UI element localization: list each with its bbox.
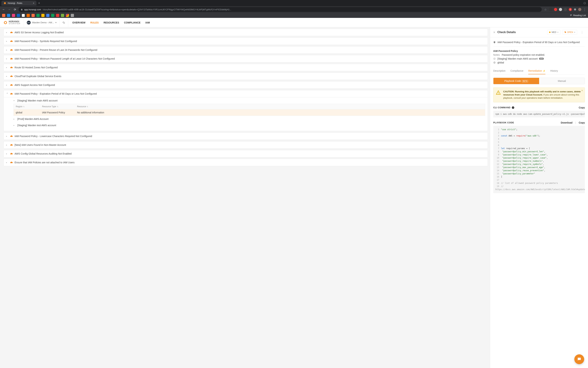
logo[interactable]: HORANGI STORYFIER xyxy=(0,18,24,27)
logo-icon xyxy=(3,21,7,25)
rule-row[interactable]: ▸ AWS Support Access Not Configured xyxy=(3,81,488,89)
environment-selector[interactable]: aws Warden Demo - AW... ▾ xyxy=(24,18,60,27)
bookmark-icon[interactable] xyxy=(22,14,25,17)
address-bar[interactable]: app.horangi.com/storyfier/rules/cae68393… xyxy=(18,7,542,12)
rule-title: Ensure that IAM Policies are not attache… xyxy=(15,161,74,164)
shield-icon xyxy=(493,41,496,44)
globe-icon xyxy=(493,61,496,64)
forward-button[interactable]: → xyxy=(7,8,11,11)
cloud-icon xyxy=(10,66,13,69)
aws-icon: aws xyxy=(27,21,31,25)
bookmark-icon[interactable] xyxy=(51,14,54,17)
bookmark-folder-icon[interactable] xyxy=(71,14,74,17)
cli-section-header: CLI COMMAND i Copy xyxy=(493,106,585,109)
segment-playbook[interactable]: Playbook CodeBETA xyxy=(493,78,539,84)
rule-row-expanded[interactable]: ▾ IAM Password Policy - Expiration Perio… xyxy=(3,90,488,97)
playbook-code-box[interactable]: 1"use strict";23const AWS = require("aws… xyxy=(493,126,585,193)
segment-manual[interactable]: Manual xyxy=(539,78,585,84)
dismiss-caution-button[interactable]: × xyxy=(581,89,583,92)
back-button[interactable]: ← xyxy=(2,8,6,11)
rule-row[interactable]: ▸ CloudTrail Duplicate Global Service Ev… xyxy=(3,73,488,80)
rule-row[interactable]: ▸ IAM Password Policy - Lowercase Charac… xyxy=(3,132,488,140)
tab-rules[interactable]: RULES xyxy=(90,21,99,24)
bookmark-icon[interactable] xyxy=(36,14,40,17)
reading-list-button[interactable]: Reading List xyxy=(570,14,586,17)
copy-code-button[interactable]: Copy xyxy=(579,121,585,124)
close-panel-button[interactable]: × xyxy=(493,30,495,34)
bookmark-icon[interactable] xyxy=(12,14,15,17)
ext-icon[interactable] xyxy=(554,8,557,11)
account-label: [Prod] Warden AWS Account xyxy=(17,118,48,120)
tab-history[interactable]: History xyxy=(550,68,558,74)
code-heading: PLAYBOOK CODE xyxy=(493,121,514,124)
rule-row[interactable]: ▸ AWS Config Global Resources Auditing N… xyxy=(3,150,488,157)
bookmark-icon[interactable] xyxy=(66,14,69,17)
warning-icon xyxy=(496,90,501,100)
new-tab-button[interactable]: + xyxy=(36,1,42,5)
chevron-down-icon: ▾ xyxy=(55,21,57,24)
rule-row[interactable]: ▸ IAM Password Policy - Minimum Password… xyxy=(3,55,488,62)
tab-resources[interactable]: RESOURCES xyxy=(104,21,119,24)
tab-iam[interactable]: IAM xyxy=(145,21,150,24)
chevron-right-icon: ▸ xyxy=(6,66,8,69)
tab-remediation[interactable]: Remediation⚡ xyxy=(528,68,545,74)
tab-compliance[interactable]: Compliance xyxy=(510,68,523,74)
bookmark-icon[interactable] xyxy=(2,14,5,17)
environment-label: Warden Demo - AW... xyxy=(32,21,54,24)
severity-pill[interactable]: MED ▾ xyxy=(547,30,560,35)
browser-tab[interactable]: Horangi - Rules × xyxy=(1,1,36,6)
bolt-icon: ⚡ xyxy=(543,70,545,72)
tab-compliance[interactable]: COMPLIANCE xyxy=(124,21,140,24)
tab-overview[interactable]: OVERVIEW xyxy=(72,21,85,24)
ext-icon[interactable]: S xyxy=(569,8,572,11)
tab-title: Horangi - Rules xyxy=(8,2,22,4)
bookmark-icon[interactable] xyxy=(32,14,35,17)
table-row[interactable]: global IAM Password Policy No additional… xyxy=(13,109,485,116)
panel-header: × Check Details MED ▾ OPEN ▾ ⋮ xyxy=(490,27,588,37)
tab-close-icon[interactable]: × xyxy=(33,2,34,5)
rule-row[interactable]: ▸ Route 53 Hosted Zones Not Configured xyxy=(3,64,488,71)
chat-fab[interactable] xyxy=(574,354,584,364)
bookmark-icon[interactable] xyxy=(17,14,20,17)
col-resource-type[interactable]: Resource Type⇅ xyxy=(42,105,75,108)
bookmark-icon[interactable] xyxy=(7,14,10,17)
rule-row[interactable]: ▸ IAM Password Policy - Prevent Reuse of… xyxy=(3,46,488,54)
bookmark-icon[interactable] xyxy=(41,14,45,17)
rule-row[interactable]: ▸ [New] IAM Users Found in Non-Master Ac… xyxy=(3,141,488,149)
panel-tabs: Description Compliance Remediation⚡ Hist… xyxy=(493,68,585,74)
tab-description[interactable]: Description xyxy=(493,68,506,74)
cloud-icon xyxy=(10,144,13,146)
cli-heading: CLI COMMAND xyxy=(493,106,510,109)
bookmark-icon[interactable] xyxy=(56,14,59,17)
tab-favicon xyxy=(3,2,6,5)
ext-icon[interactable] xyxy=(549,8,552,11)
profile-avatar[interactable] xyxy=(578,8,581,11)
extensions-menu-icon[interactable] xyxy=(574,8,576,11)
rule-row[interactable]: ▸ Ensure that IAM Policies are not attac… xyxy=(3,159,488,166)
reload-button[interactable]: ⟳ xyxy=(13,8,17,11)
col-region[interactable]: Region⇅ xyxy=(16,105,40,108)
account-row[interactable]: ▾ [Staging] Warden main AWS account xyxy=(13,97,485,104)
bookmark-bar: Reading List xyxy=(0,13,588,18)
download-code-button[interactable]: Download xyxy=(561,121,572,124)
bookmark-star-icon[interactable]: ☆ xyxy=(543,8,547,11)
status-pill[interactable]: OPEN ▾ xyxy=(562,30,577,35)
bookmark-icon[interactable] xyxy=(46,14,49,17)
account-row[interactable]: ▸ [Prod] Warden AWS Account xyxy=(13,116,485,122)
bookmark-icon[interactable] xyxy=(61,14,64,17)
col-resource[interactable]: Resource⇅ xyxy=(77,105,483,108)
settings-button[interactable] xyxy=(60,18,68,27)
account-row[interactable]: ▸ [Staging] Warden test AWS account xyxy=(13,122,485,129)
info-icon[interactable]: i xyxy=(512,106,514,109)
ext-icon[interactable] xyxy=(559,8,562,11)
chrome-menu-icon[interactable]: ⋮ xyxy=(583,8,586,11)
rule-row[interactable]: ▸ IAM Password Policy - Symbols Required… xyxy=(3,37,488,45)
bookmark-icon[interactable] xyxy=(27,14,30,17)
rule-row[interactable]: ▸ AWS S3 Server Access Logging Not Enabl… xyxy=(3,29,488,36)
ext-icon[interactable] xyxy=(564,8,567,11)
rule-title: IAM Password Policy - Minimum Password L… xyxy=(15,57,115,60)
svg-point-4 xyxy=(498,93,498,94)
panel-menu-button[interactable]: ⋮ xyxy=(579,30,585,35)
cli-command-box[interactable]: npm i aws-sdk && node aws-iam-update_pas… xyxy=(493,111,585,117)
copy-cli-button[interactable]: Copy xyxy=(579,106,585,109)
